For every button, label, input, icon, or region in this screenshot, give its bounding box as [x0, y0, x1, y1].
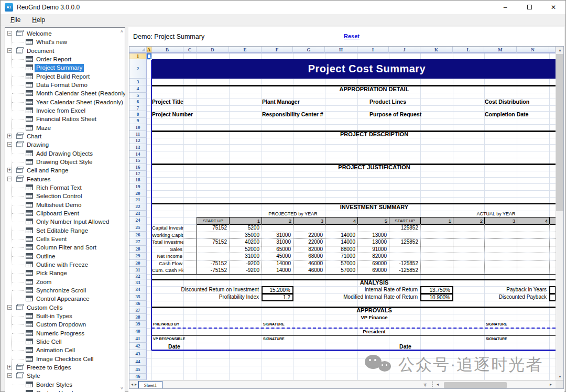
tree-item-drawing[interactable]: −Drawing — [5, 140, 125, 149]
row-header-22[interactable]: 22 — [129, 203, 147, 211]
reset-link[interactable]: Reset — [344, 33, 360, 39]
tree-item-multisheet-demo[interactable]: Multisheet Demo — [5, 201, 125, 209]
row-header-30[interactable]: 30 — [129, 260, 147, 267]
cell-M41[interactable]: SIGNATURE — [485, 335, 556, 343]
cell-B30[interactable]: Cash Flow — [152, 260, 183, 267]
cell-I28[interactable]: 91000 — [358, 246, 389, 253]
row-header-42[interactable]: 42 — [129, 343, 147, 350]
cell-L35[interactable]: Discounted Payback — [453, 293, 549, 301]
cell-F41[interactable]: SIGNATURE — [262, 335, 484, 343]
row-header-32[interactable]: 32 — [129, 274, 147, 279]
cell-B41[interactable]: VP RESPONSIBLE — [152, 335, 262, 343]
row-header-35[interactable]: 35 — [129, 293, 147, 301]
cell-L24[interactable]: 2 — [453, 217, 485, 225]
cell-D23[interactable]: PROJECTED by YEAR — [197, 211, 389, 217]
cell-I29[interactable]: 82000 — [358, 253, 389, 260]
cell-B29[interactable]: Net Income — [152, 253, 183, 260]
tree-item-image-checkbox-cell[interactable]: Image Checkbox Cell — [5, 355, 125, 363]
cell-F8[interactable]: Responsibility Center # — [262, 111, 357, 118]
cell-J27[interactable]: 125852 — [389, 238, 420, 246]
tree-item-slide-cell[interactable]: Slide Cell — [5, 337, 125, 346]
row-header-36[interactable]: 36 — [129, 301, 147, 307]
cell-I42[interactable]: Date — [358, 343, 453, 350]
row-header-26[interactable]: 26 — [129, 232, 147, 238]
row-header-37[interactable]: 37 — [129, 307, 147, 314]
cell-F31[interactable]: 14000 — [262, 267, 293, 274]
cell-E30[interactable]: -9200 — [230, 260, 262, 267]
cell-H27[interactable]: 14000 — [325, 238, 357, 246]
cell-B42[interactable]: Date — [152, 343, 197, 350]
cell-B4[interactable]: APPROPRIATION DETAIL — [152, 85, 556, 93]
expand-icon[interactable]: + — [7, 365, 12, 369]
cell-K35[interactable]: 10.900% — [420, 293, 453, 301]
row-header-14[interactable]: 14 — [129, 151, 147, 158]
tree-item-numeric-progress[interactable]: Numeric Progress — [5, 329, 125, 337]
minimize-button[interactable]: – — [493, 1, 517, 14]
cell-D25[interactable]: 75152 — [197, 224, 229, 232]
tree-item-year-calendar-sheet-readonly[interactable]: Year Calendar Sheet (Readonly) — [5, 98, 125, 106]
expand-icon[interactable]: + — [7, 168, 12, 172]
cell-F34[interactable]: 15.200% — [262, 286, 293, 294]
row-header-24[interactable]: 24 — [129, 217, 147, 224]
tree-item-zoom[interactable]: Zoom — [5, 278, 125, 286]
column-header-E[interactable]: E — [229, 47, 262, 53]
cell-F35[interactable]: 1.2 — [262, 293, 293, 301]
cell-J25[interactable]: 125852 — [389, 224, 420, 232]
tree-item-outline-with-freeze[interactable]: Outline with Freeze — [5, 260, 125, 269]
cell-G28[interactable]: 82000 — [293, 246, 325, 253]
row-header-15[interactable]: 15 — [129, 158, 147, 164]
row-header-31[interactable]: 31 — [129, 267, 147, 274]
cell-B27[interactable]: Total Investment — [152, 238, 183, 246]
cell-E29[interactable]: 31000 — [230, 253, 262, 260]
tree-item-financial-ratios-sheet[interactable]: Financial Ratios Sheet — [5, 115, 125, 123]
cell-F6[interactable]: Plant Manager — [262, 99, 357, 105]
sheet-tab[interactable]: Sheet1 — [138, 381, 162, 389]
cell-G31[interactable]: 46000 — [293, 267, 325, 274]
cell-I27[interactable]: 13000 — [358, 238, 389, 246]
row-header-17[interactable]: 17 — [129, 171, 147, 177]
cell-N24[interactable]: 4 — [517, 217, 550, 225]
cell-E25[interactable]: 5200 — [230, 224, 262, 232]
tree-item-project-build-report[interactable]: Project Build Report — [5, 72, 125, 81]
row-header-38[interactable]: 38 — [129, 314, 147, 321]
tree-item-custom-header[interactable]: Custom Header — [5, 389, 125, 392]
tree-item-cell-and-range[interactable]: +Cell and Range — [5, 166, 125, 175]
row-header-45[interactable]: 45 — [129, 366, 147, 374]
tree-item-custom-cells[interactable]: −Custom Cells — [5, 303, 125, 312]
tree-item-rich-format-text[interactable]: Rich Format Text — [5, 183, 125, 192]
tree-item-maze[interactable]: Maze — [5, 124, 125, 132]
row-header-19[interactable]: 19 — [129, 183, 147, 190]
scroll-down-icon[interactable]: ▾ — [556, 373, 564, 380]
row-header-4[interactable]: 4 — [129, 85, 147, 93]
cell-B40[interactable]: President — [152, 328, 556, 335]
cell-G34[interactable]: Internal Rate of Return — [293, 286, 420, 293]
collapse-icon[interactable]: − — [7, 31, 12, 36]
cell-E24[interactable]: 1 — [229, 217, 262, 225]
row-header-20[interactable]: 20 — [129, 190, 147, 197]
cell-F24[interactable]: 2 — [262, 217, 293, 225]
sheet-nav-left-icon[interactable]: ◂ — [131, 382, 133, 387]
row-header-10[interactable]: 10 — [129, 124, 147, 131]
cell-D27[interactable]: 75152 — [197, 238, 229, 246]
row-header-39[interactable]: 39 — [129, 321, 147, 328]
cell-I26[interactable]: 13000 — [358, 232, 389, 238]
scroll-up-icon[interactable]: ▴ — [556, 47, 564, 53]
row-header-8[interactable]: 8 — [129, 111, 147, 118]
tree-item-pick-range[interactable]: Pick Range — [5, 269, 125, 277]
cell-K24[interactable]: 1 — [420, 217, 453, 225]
cell-H24[interactable]: 4 — [325, 217, 358, 225]
cell-G27[interactable]: 22000 — [293, 238, 325, 246]
tree-item-chart[interactable]: +Chart — [5, 132, 125, 140]
tree-scroll-down-icon[interactable]: ˅ — [121, 386, 123, 391]
scroll-right-icon[interactable]: ▸ — [550, 382, 552, 387]
column-header-N[interactable]: N — [517, 47, 549, 53]
tree-item-what-s-new[interactable]: What's new — [5, 38, 125, 46]
tree-item-features[interactable]: −Features — [5, 175, 125, 183]
cell-M6[interactable]: Cost Distribution — [485, 99, 556, 105]
row-header-27[interactable]: 27 — [129, 238, 147, 246]
cell-F28[interactable]: 65000 — [262, 246, 293, 253]
tree-item-clipboard-event[interactable]: Clipboard Event — [5, 209, 125, 217]
vertical-scroll-thumb[interactable] — [556, 54, 564, 211]
collapse-icon[interactable]: − — [7, 305, 12, 310]
cell-H29[interactable]: 71000 — [325, 253, 357, 260]
